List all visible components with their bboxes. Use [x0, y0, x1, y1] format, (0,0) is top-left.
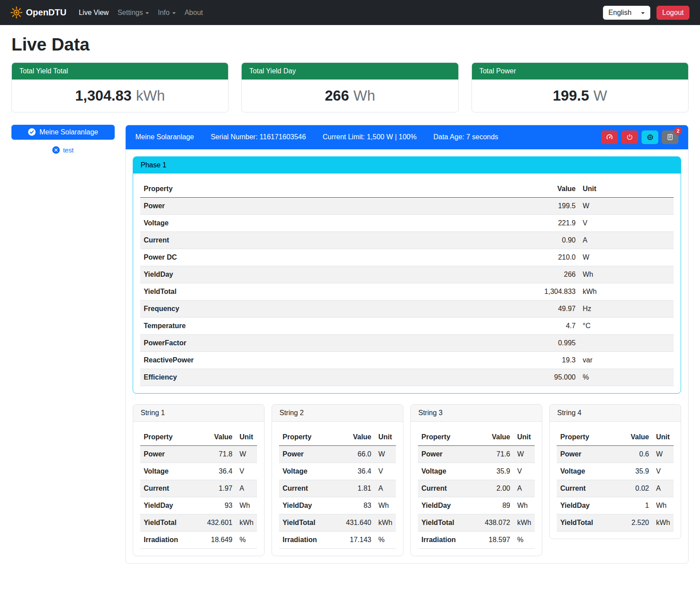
table-row: Voltage35.9V	[418, 463, 535, 480]
table-row: Power66.0W	[279, 445, 396, 463]
table-row: YieldTotal1,304.833kWh	[140, 283, 674, 300]
top-navbar: OpenDTU Live View Settings Info About En…	[0, 0, 700, 25]
string-title: String 3	[411, 405, 542, 422]
nav-item-settings[interactable]: Settings	[113, 5, 153, 20]
inverter-serial: Serial Number: 116171603546	[210, 133, 306, 141]
string-3-table: Property Value Unit Power71.6WVoltage35.…	[418, 429, 535, 549]
col-value: Value	[192, 429, 236, 446]
check-circle-icon	[28, 128, 36, 136]
table-row: ReactivePower19.3var	[140, 351, 674, 369]
table-row: Power71.6W	[418, 445, 535, 463]
string-1-table: Property Value Unit Power71.8WVoltage36.…	[140, 429, 257, 549]
table-row: YieldDay266Wh	[140, 266, 674, 283]
string-1-card: String 1 Property Value Unit	[133, 404, 265, 556]
table-row: Voltage221.9V	[140, 214, 674, 232]
table-row: Irradiation18.649%	[140, 531, 257, 548]
col-unit: Unit	[653, 429, 674, 446]
string-2-table: Property Value Unit Power66.0WVoltage36.…	[279, 429, 396, 549]
inverter-data-age: Data Age: 7 seconds	[433, 133, 498, 141]
language-select[interactable]: English	[603, 6, 650, 20]
card-unit: W	[594, 87, 607, 104]
table-row: YieldDay93Wh	[140, 497, 257, 514]
string-4-table: Property Value Unit Power0.6WVoltage35.9…	[557, 429, 674, 532]
card-value: 1,304.83	[75, 87, 131, 104]
strings-row: String 1 Property Value Unit	[133, 404, 681, 556]
table-row: Voltage35.9V	[557, 463, 674, 480]
journal-icon	[667, 134, 674, 141]
card-unit: Wh	[353, 87, 375, 104]
string-2-card: String 2 Property Value Unit	[272, 404, 403, 556]
limit-settings-button[interactable]	[601, 130, 618, 144]
event-log-button[interactable]: 2	[662, 130, 678, 144]
nav-item-about[interactable]: About	[180, 5, 207, 20]
table-row: YieldDay83Wh	[279, 497, 396, 514]
nav-item-info[interactable]: Info	[153, 5, 180, 20]
table-row: YieldTotal2.520kWh	[557, 514, 674, 531]
phase-1-card: Phase 1 Property Value Unit Power199.5WV…	[133, 156, 681, 394]
col-property: Property	[557, 429, 608, 446]
logout-button[interactable]: Logout	[656, 6, 689, 20]
table-row: Voltage36.4V	[279, 463, 396, 480]
table-row: Current2.00A	[418, 480, 535, 497]
total-yield-day-card: Total Yield Day 266Wh	[241, 62, 458, 112]
inverter-name: Meine Solaranlage	[135, 133, 194, 141]
col-value: Value	[469, 429, 514, 446]
string-title: String 1	[133, 405, 264, 422]
col-unit: Unit	[236, 429, 257, 446]
nav-item-live-view[interactable]: Live View	[74, 5, 113, 20]
col-unit: Unit	[514, 429, 535, 446]
table-row: Power71.8W	[140, 445, 257, 463]
inverter-select-test[interactable]: test	[11, 146, 115, 154]
card-title: Total Yield Day	[242, 63, 458, 80]
device-info-button[interactable]	[642, 130, 658, 144]
card-value: 199.5	[553, 87, 589, 104]
card-unit: kWh	[136, 87, 165, 104]
table-row: Current1.97A	[140, 480, 257, 497]
card-title: Total Power	[472, 63, 688, 80]
table-row: YieldDay1Wh	[557, 497, 674, 514]
table-row: Power199.5W	[140, 197, 674, 214]
page-title: Live Data	[11, 35, 689, 54]
total-power-card: Total Power 199.5W	[472, 62, 689, 112]
event-count-badge: 2	[674, 127, 682, 135]
string-3-card: String 3 Property Value Unit	[410, 404, 542, 556]
col-value: Value	[524, 181, 579, 198]
inverter-card: Meine Solaranlage Serial Number: 1161716…	[125, 125, 689, 564]
brand-name: OpenDTU	[26, 7, 66, 18]
table-row: YieldDay89Wh	[418, 497, 535, 514]
chevron-down-icon	[172, 12, 176, 14]
table-header-row: Property Value Unit	[140, 429, 257, 446]
brand-link[interactable]: OpenDTU	[11, 7, 66, 18]
col-property: Property	[279, 429, 330, 446]
col-property: Property	[140, 429, 192, 446]
chevron-down-icon	[145, 12, 149, 14]
phase-title: Phase 1	[133, 157, 681, 174]
table-row: Frequency49.97Hz	[140, 300, 674, 317]
card-title: Total Yield Total	[12, 63, 228, 80]
cpu-icon	[646, 134, 654, 141]
table-row: Temperature4.7°C	[140, 317, 674, 334]
table-row: Current0.90A	[140, 232, 674, 249]
col-unit: Unit	[375, 429, 396, 446]
table-header-row: Property Value Unit	[418, 429, 535, 446]
table-header-row: Property Value Unit	[279, 429, 396, 446]
gauge-icon	[606, 133, 613, 141]
col-value: Value	[330, 429, 375, 446]
inverter-card-header: Meine Solaranlage Serial Number: 1161716…	[126, 125, 688, 149]
string-title: String 2	[272, 405, 403, 422]
power-button[interactable]	[621, 130, 638, 144]
table-row: YieldTotal431.640kWh	[279, 514, 396, 531]
card-value: 266	[325, 87, 349, 104]
string-title: String 4	[550, 405, 681, 422]
table-row: Power DC210.0W	[140, 249, 674, 266]
table-header-row: Property Value Unit	[557, 429, 674, 446]
inverter-limit: Current Limit: 1,500 W | 100%	[323, 133, 417, 141]
language-value: English	[609, 9, 631, 17]
sun-logo-icon	[11, 7, 22, 18]
table-row: Irradiation18.597%	[418, 531, 535, 548]
table-row: PowerFactor0.995	[140, 334, 674, 351]
total-yield-total-card: Total Yield Total 1,304.83kWh	[11, 62, 228, 112]
table-row: YieldTotal432.601kWh	[140, 514, 257, 531]
inverter-select-meine-solaranlage[interactable]: Meine Solaranlage	[11, 125, 115, 140]
phase-table: Property Value Unit Power199.5WVoltage22…	[140, 181, 674, 386]
